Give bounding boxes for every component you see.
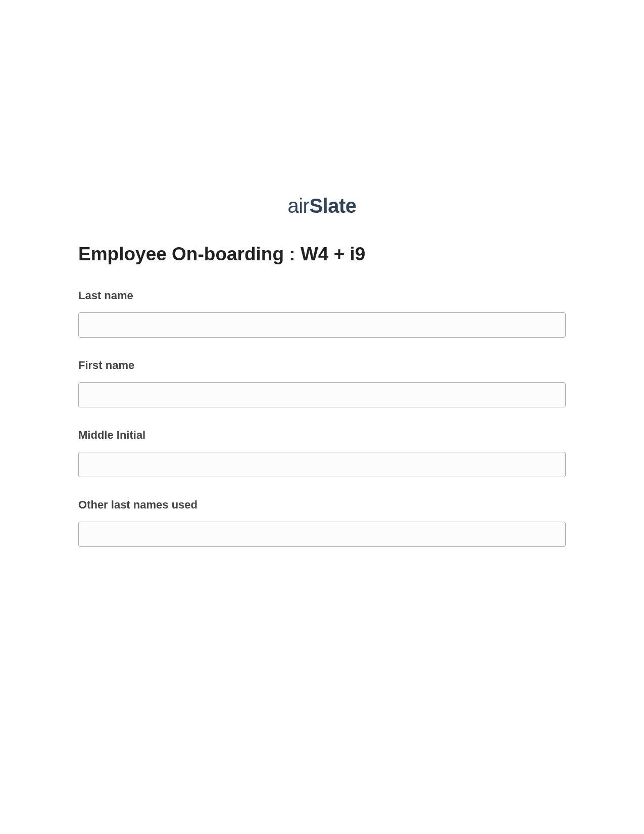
first-name-input[interactable] xyxy=(78,382,566,407)
last-name-input[interactable] xyxy=(78,312,566,338)
brand-logo-suffix: Slate xyxy=(309,195,356,217)
form-container: Employee On-boarding : W4 + i9 Last name… xyxy=(78,244,566,568)
field-group-other-last-names: Other last names used xyxy=(78,498,566,547)
first-name-label: First name xyxy=(78,359,566,372)
brand-logo-prefix: air xyxy=(287,195,309,217)
last-name-label: Last name xyxy=(78,289,566,302)
page-title: Employee On-boarding : W4 + i9 xyxy=(78,244,566,265)
other-last-names-label: Other last names used xyxy=(78,498,566,512)
field-group-middle-initial: Middle Initial xyxy=(78,429,566,477)
field-group-last-name: Last name xyxy=(78,289,566,338)
page-root: airSlate Employee On-boarding : W4 + i9 … xyxy=(0,0,644,834)
field-group-first-name: First name xyxy=(78,359,566,407)
middle-initial-input[interactable] xyxy=(78,452,566,477)
middle-initial-label: Middle Initial xyxy=(78,429,566,442)
other-last-names-input[interactable] xyxy=(78,522,566,547)
brand-logo: airSlate xyxy=(287,195,356,217)
